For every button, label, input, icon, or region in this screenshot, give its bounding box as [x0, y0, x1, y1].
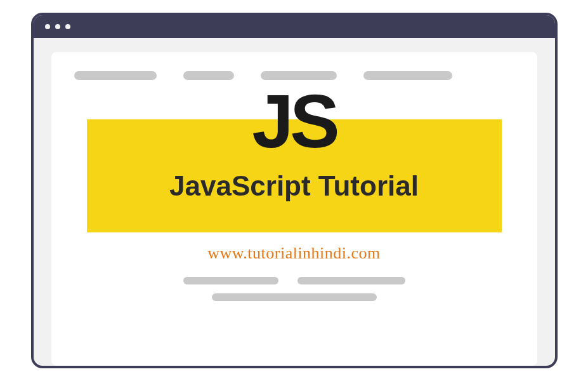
- placeholder-bar: [297, 277, 405, 284]
- banner-title: JavaScript Tutorial: [100, 170, 489, 202]
- placeholder-row: [183, 277, 405, 284]
- website-url: www.tutorialinhindi.com: [74, 244, 514, 263]
- footer-placeholder-group: [74, 277, 514, 301]
- nav-placeholder-row: [74, 71, 514, 80]
- placeholder-bar: [212, 293, 377, 301]
- placeholder-bar: [183, 71, 234, 80]
- content-area: JS JavaScript Tutorial www.tutorialinhin…: [34, 38, 555, 366]
- placeholder-bar: [363, 71, 452, 80]
- window-control-dot: [45, 24, 50, 29]
- window-titlebar: [34, 15, 555, 38]
- placeholder-bar: [74, 71, 157, 80]
- js-logo-text: JS: [252, 84, 336, 159]
- placeholder-row: [212, 293, 377, 301]
- placeholder-bar: [183, 277, 278, 284]
- browser-window-mockup: JS JavaScript Tutorial www.tutorialinhin…: [31, 13, 558, 368]
- inner-card: JS JavaScript Tutorial www.tutorialinhin…: [51, 52, 537, 366]
- window-control-dot: [55, 24, 60, 29]
- placeholder-bar: [261, 71, 337, 80]
- window-control-dot: [65, 24, 70, 29]
